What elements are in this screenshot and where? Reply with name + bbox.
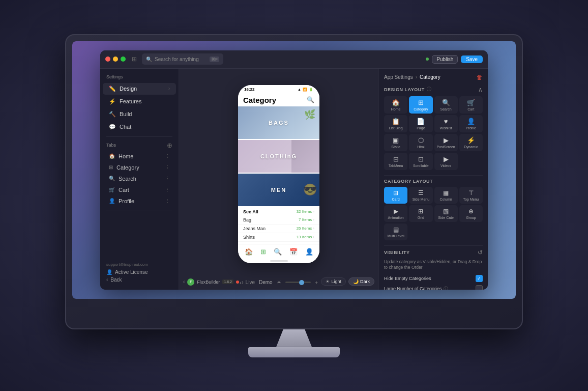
sidebar-item-build[interactable]: 🔨 Build [103,108,176,120]
home-tab-label: Home [119,153,162,159]
sidebar-tab-search[interactable]: 🔍 Search ⋮ [103,174,176,184]
layout-page-item[interactable]: 📄 Page [409,115,432,132]
phone: 16:22 ▲ 📶 🔋 Category 🔍 [238,85,319,263]
fluxbuilder-label: FluxBuilder [197,280,220,285]
sidebar-item-design[interactable]: ✏️ Design › [103,83,176,95]
minimize-button[interactable] [113,57,118,62]
layout-html-item[interactable]: ⬡ Html [409,134,432,151]
category-layout-grid-3: ▤ Multi Level [384,224,483,240]
layout-category-item[interactable]: ⊞ Category [409,96,432,114]
category-tab-icon: ⊞ [109,164,113,170]
layout-videos-item[interactable]: ▶ Videos [434,153,458,170]
preview-plus-icon[interactable]: + [315,280,318,286]
design-icon: ✏️ [109,86,116,92]
cat-layout-sidecate-item[interactable]: ▧ Side Cate [434,205,458,222]
build-label: Build [120,111,170,117]
layout-wishlist-item[interactable]: ♥ Wishlist [434,115,458,132]
profile-tab-icon: 👤 [109,198,115,204]
light-theme-button[interactable]: ☀ Light [321,277,346,286]
search-tab-dots: ⋮ [165,176,170,181]
cat-layout-multilevel-item[interactable]: ▤ Multi Level [384,224,407,240]
layout-search-label: Search [440,107,452,111]
delete-icon[interactable]: 🗑 [477,74,483,81]
sidebar-tab-category[interactable]: ⊞ Category ⋮ [103,162,176,173]
cat-layout-animation-item[interactable]: ▶ Animation [384,205,407,222]
sidebar-item-features[interactable]: ⚡ Features [103,96,176,107]
layout-scrollable-label: Scrollable [413,164,429,167]
home-tab-dots: ⋮ [165,154,170,159]
active-license-link[interactable]: 👤 Active License [106,269,172,275]
design-layout-header: DESIGN LAYOUT ⓘ ∧ [384,86,483,93]
visibility-refresh-icon[interactable]: ↺ [478,249,483,256]
layout-tabmenu-icon: ⊟ [393,155,399,163]
search-tab-icon: 🔍 [109,176,115,181]
close-button[interactable] [105,57,110,62]
brightness-icon: ☀ [277,280,281,285]
category-card-bags[interactable]: 🌿 BAGS [238,106,319,139]
maximize-button[interactable] [121,57,126,62]
nav-category-icon[interactable]: ⊞ [260,248,266,256]
layout-listblog-item[interactable]: 📋 List Blog [384,115,407,132]
tabs-add-icon[interactable]: ⊕ [167,142,172,149]
category-layout-grid-2: ▶ Animation ⊞ Grid ▧ Side Cate [384,205,483,222]
fluxbuilder-version: 1.6.2 [222,280,233,284]
see-all-text[interactable]: See All [243,209,258,214]
flux-forward-icon[interactable]: › [242,279,244,285]
app-window: ⊞ 🔍 Search for anything ⌘F Publish Save [100,50,488,290]
cat-layout-topmenu-item[interactable]: ⊤ Top Menu [459,187,483,204]
sidebar-item-chat[interactable]: 💬 Chat [103,121,176,133]
search-bar[interactable]: 🔍 Search for anything ⌘F [142,53,223,65]
layout-tabmenu-item[interactable]: ⊟ TabMenu [384,153,407,170]
cat-grid-icon: ⊞ [418,208,423,215]
see-all-meta: 32 Items › [297,209,314,214]
clothing-label: CLOTHInG [260,153,297,159]
category-card-men[interactable]: 😎 MEN [238,174,319,206]
cat-column-icon: ▦ [443,189,449,197]
design-layout-collapse-icon[interactable]: ∧ [478,86,483,93]
layout-home-label: Home [391,107,401,111]
layout-home-item[interactable]: 🏠 Home [384,96,407,114]
layout-profile-item[interactable]: 👤 Profile [459,115,483,132]
layout-cart-item[interactable]: 🛒 Cart [459,96,483,114]
phone-header: Category 🔍 [238,94,319,106]
phone-bottom-nav: 🏠 ⊞ 🔍 📅 👤 [238,244,319,259]
cat-layout-sidemenu-item[interactable]: ☰ Side Menu [409,187,432,204]
cat-layout-card-item[interactable]: ⊟ Card [384,187,407,204]
search-shortcut: ⌘F [210,57,219,62]
large-number-checkbox[interactable] [476,285,483,289]
nav-home-icon[interactable]: 🏠 [245,248,253,256]
nav-search-icon[interactable]: 🔍 [274,248,282,256]
category-tab-dots: ⋮ [165,165,170,170]
category-card-clothing[interactable]: CLOTHInG [238,140,319,173]
large-number-label-group: Large Number of Categories ⓘ [384,286,448,290]
layout-postscreen-item[interactable]: ▶ PostScreen [434,134,458,151]
sidebar-tab-profile[interactable]: 👤 Profile ⋮ [103,196,176,206]
layout-cart-label: Cart [467,107,474,111]
zoom-slider[interactable] [285,282,311,283]
layout-static-item[interactable]: ▣ Static [384,134,407,151]
hide-empty-checkmark: ✓ [477,276,481,281]
cat-layout-column-item[interactable]: ▦ Column [434,187,458,204]
design-layout-grid-1: 🏠 Home ⊞ Category 🔍 Search [384,96,483,114]
category-tab-label: Category [116,164,162,171]
back-link[interactable]: ‹ Back [106,277,172,283]
sidebar-tab-home[interactable]: 🏠 Home ⋮ [103,151,176,161]
titlebar: ⊞ 🔍 Search for anything ⌘F Publish Save [100,50,488,69]
cat-layout-grid-item[interactable]: ⊞ Grid [409,205,432,222]
hide-empty-checkbox[interactable]: ✓ [476,275,483,282]
save-button[interactable]: Save [461,55,483,63]
sidebar-tab-cart[interactable]: 🛒 Cart ⋮ [103,185,176,195]
publish-button[interactable]: Publish [432,55,458,64]
layout-scrollable-item[interactable]: ⊡ Scrollable [409,153,432,170]
layout-dynamic-item[interactable]: ⚡ Dynamic [459,134,483,151]
nav-profile-icon[interactable]: 👤 [305,248,313,256]
cat-layout-group-item[interactable]: ⊕ Group [459,205,483,222]
cat-row-shirts: Shirts 13 Items › [238,233,319,242]
dark-theme-button[interactable]: 🌙 Dark [348,277,374,286]
phone-search-icon[interactable]: 🔍 [307,96,314,103]
nav-calendar-icon[interactable]: 📅 [289,248,298,256]
breadcrumb-parent[interactable]: App Settings [384,74,413,80]
layout-videos-label: Videos [440,164,451,167]
cat-multilevel-icon: ▤ [393,226,399,233]
layout-search-item[interactable]: 🔍 Search [434,96,458,114]
